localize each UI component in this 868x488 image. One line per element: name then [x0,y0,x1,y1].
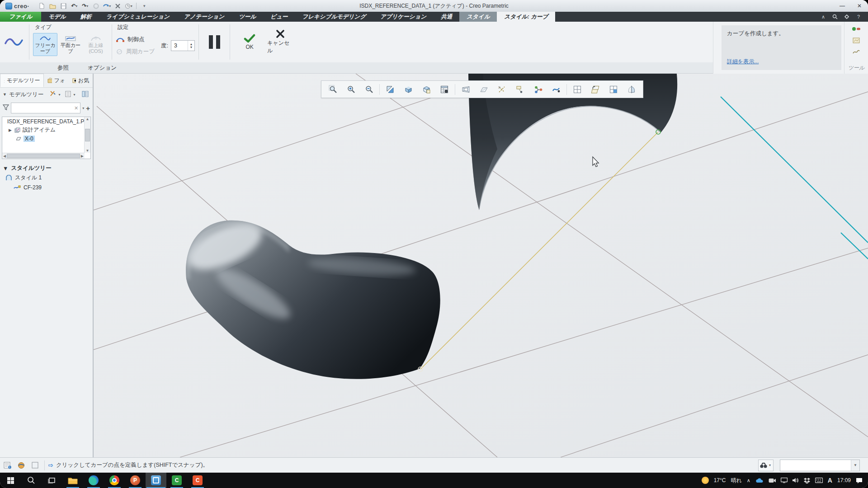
filter-dropdown-icon[interactable]: ▾ [82,106,84,110]
display-monitor-icon[interactable] [781,478,788,483]
mirror-display-icon[interactable] [623,82,640,96]
scroll-thumb-h[interactable] [7,154,80,158]
regenerate-icon[interactable] [92,2,100,10]
help-icon[interactable]: ? [855,14,862,20]
tab-analysis[interactable]: 解析 [73,12,99,22]
notification-center-icon[interactable] [856,478,863,483]
message-log-icon[interactable]: i [2,460,14,471]
tree-vertical-scrollbar[interactable]: ▲▼ [84,117,90,153]
tab-common[interactable]: 共通 [434,12,459,22]
collapse-style-tree-icon[interactable]: ▼ [3,165,8,172]
new-file-icon[interactable] [38,2,46,10]
pane-display-icon[interactable] [605,82,622,96]
toggle-state-icon[interactable] [852,25,861,33]
tab-annotation[interactable]: アノテーション [177,12,231,22]
tab-view[interactable]: ビュー [263,12,295,22]
style-tree-style-row[interactable]: スタイル 1 [3,173,93,183]
control-points-button[interactable]: 制御点 [116,36,155,43]
tab-tools[interactable]: ツール [231,12,263,22]
weather-sun-icon[interactable] [702,477,709,484]
plane-display-icon[interactable] [475,82,492,96]
degree-value[interactable]: 3 [171,41,188,51]
camera-recorder-icon[interactable] [769,478,776,483]
volume-icon[interactable] [793,478,799,483]
csys-display-icon[interactable] [529,82,547,96]
graphics-viewport[interactable]: X [94,74,868,457]
tray-clock[interactable]: 17:09 [837,477,851,483]
pause-button[interactable] [200,22,229,62]
find-tool[interactable]: ▾ [758,460,774,471]
selection-filter-arrow-icon[interactable]: ▼ [851,460,859,471]
taskbar-powerpoint[interactable]: P [125,473,146,488]
ime-mode-indicator[interactable]: A [828,477,832,484]
save-icon[interactable] [59,2,67,10]
ok-button[interactable]: OK [236,34,263,50]
windows-icon[interactable]: ▾ [124,2,132,10]
tab-live-simulation[interactable]: ライブシミュレーション [99,12,177,22]
tree-columns-icon[interactable] [82,91,89,99]
favorites-tab[interactable]: お気 [69,74,93,87]
dropbox-icon[interactable] [804,478,810,483]
options-panel-tab[interactable]: オプション [79,63,125,73]
swap-panes-icon[interactable] [587,82,604,96]
tray-chevron-icon[interactable]: ∧ [747,478,750,483]
tree-row-datum-plane[interactable]: X-0 [2,134,90,143]
freeform-curve-button[interactable]: フリーカーブ [33,33,57,56]
selected-tree-label[interactable]: X-0 [24,136,35,142]
add-filter-icon[interactable]: + [86,104,90,112]
planar-curve-button[interactable]: 平面カーブ [58,33,83,56]
tree-filter-input[interactable] [11,103,72,113]
repaint-icon[interactable] [382,82,399,96]
ime-pad-icon[interactable] [815,478,823,483]
tree-horizontal-scrollbar[interactable]: ◀▶ [2,153,85,159]
cancel-button[interactable]: キャンセル [267,29,293,55]
tab-model[interactable]: モデル [41,12,73,22]
tab-applications[interactable]: アプリケーション [373,12,434,22]
tree-filters-icon[interactable] [65,91,71,99]
taskbar-edge[interactable] [83,473,104,488]
task-view-button[interactable] [42,473,62,488]
tab-style[interactable]: スタイル [459,12,497,22]
web-browser-icon[interactable] [15,460,27,471]
degree-spinner[interactable]: 3 ▲▼ [171,40,195,51]
display-style-icon[interactable] [400,82,417,96]
periodic-curve-button[interactable]: 周期カーブ [116,48,155,56]
tray-temperature[interactable]: 17°C [714,477,726,483]
style-tree-header-row[interactable]: ▼ スタイルツリー [3,164,93,173]
scroll-up-icon[interactable]: ▲ [86,117,90,121]
close-window-icon[interactable] [113,2,122,10]
show-details-link[interactable]: 詳細を表示... [727,58,836,66]
zoom-in-icon[interactable] [342,82,359,96]
zoom-fit-icon[interactable] [324,82,341,96]
expand-icon[interactable]: ▶ [9,128,12,132]
refit-icon[interactable]: ▾ [103,2,111,10]
spin-up-icon[interactable]: ▲ [188,42,194,46]
grid-display-icon[interactable] [569,82,586,96]
redo-icon[interactable]: ↷▾ [81,2,89,10]
snapshot-icon[interactable] [852,37,861,44]
taskbar-camtasia[interactable]: C [166,473,187,488]
scroll-thumb[interactable] [85,129,90,141]
options-gear-icon[interactable] [844,14,850,20]
cos-curve-button[interactable]: 面上線 (COS) [84,33,108,56]
collapse-tree-icon[interactable]: ▼ [3,92,7,97]
select-working-area-icon[interactable] [29,460,41,471]
tree-tools-dropdown-icon[interactable]: ▾ [58,93,60,97]
perspective-icon[interactable] [457,82,474,96]
tree-row-design-items[interactable]: ▶ 設計アイテム [2,126,90,134]
clear-filter-icon[interactable]: ✕ [72,105,80,111]
tray-weather[interactable]: 晴れ [731,477,742,484]
tab-flexible-modeling[interactable]: フレキシブルモデリング [295,12,373,22]
signature-tool-icon[interactable] [852,48,861,55]
scroll-right-icon[interactable]: ▶ [81,154,84,158]
find-dropdown-icon[interactable]: ▾ [768,463,772,467]
tree-row-root[interactable]: ISDX_REFERENCE_DATA_1.PRT [2,117,90,126]
selection-filter-dropdown[interactable]: ▼ [780,460,860,471]
saved-views-icon[interactable] [418,82,435,96]
axis-display-icon[interactable]: X [493,82,510,96]
collapse-ribbon-icon[interactable]: ∧ [820,14,826,20]
close-button[interactable]: ✕ [851,0,868,12]
folder-browser-tab[interactable]: フォ [44,74,69,87]
style-tree-curve-row[interactable]: CF-239 [3,183,93,192]
taskbar-clipstudio[interactable]: C [187,473,208,488]
